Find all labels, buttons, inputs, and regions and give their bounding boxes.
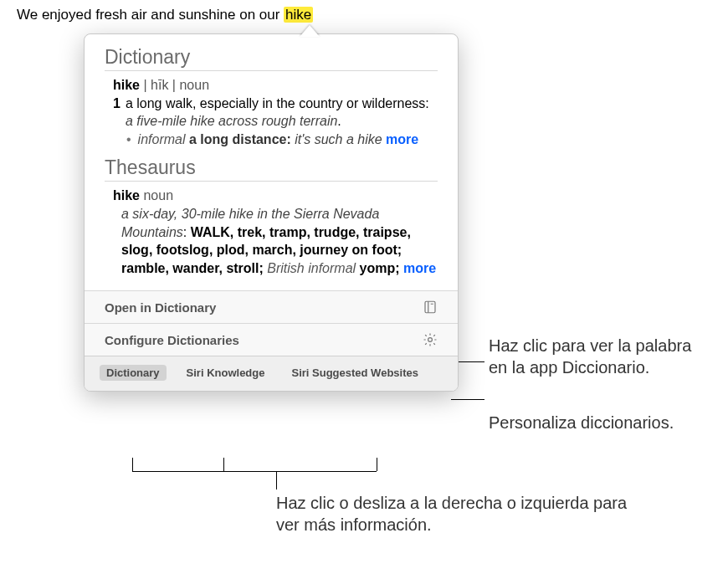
thes-lead-synonym: WALK xyxy=(191,225,230,239)
dict-def-number: 1 xyxy=(113,95,120,131)
thes-brit-syn: yomp; xyxy=(356,261,403,275)
open-in-dictionary-label: Open in Dictionary xyxy=(105,300,216,315)
dict-sub-def: a long distance: xyxy=(189,132,291,146)
leader-tick xyxy=(377,458,377,471)
popover-body: Dictionary hike | hīk | noun 1 a long wa… xyxy=(85,34,458,290)
dict-def-body: a long walk, especially in the country o… xyxy=(126,96,429,110)
thesaurus-entry: hike noun a six-day, 30-mile hike in the… xyxy=(105,187,438,277)
leader-tick xyxy=(276,471,277,489)
dict-sub-example: it's such a hike xyxy=(295,132,382,146)
dict-definition-row: 1 a long walk, especially in the country… xyxy=(105,95,438,131)
svg-rect-0 xyxy=(425,302,435,314)
gear-icon xyxy=(423,332,438,347)
annotation-configure: Personaliza diccionarios. xyxy=(489,412,706,433)
configure-dictionaries-row[interactable]: Configure Dictionaries xyxy=(85,323,458,356)
dict-more-link[interactable]: more xyxy=(386,132,418,146)
thes-more-link[interactable]: more xyxy=(403,261,436,275)
book-icon xyxy=(423,300,438,315)
dict-def-text: a long walk, especially in the country o… xyxy=(126,95,438,131)
dict-sub-label: informal xyxy=(138,132,186,146)
thes-headword: hike xyxy=(113,188,140,202)
dict-pronunciation: | hīk | xyxy=(143,78,176,92)
leader-line xyxy=(451,399,484,400)
source-sentence: We enjoyed fresh air and sunshine on our… xyxy=(17,7,313,23)
lookup-popover: Dictionary hike | hīk | noun 1 a long wa… xyxy=(84,33,459,392)
dict-headword: hike xyxy=(113,78,140,92)
leader-tick xyxy=(132,458,133,471)
bullet-icon: • xyxy=(126,131,131,149)
dictionary-entry: hike | hīk | noun 1 a long walk, especia… xyxy=(105,76,438,148)
leader-tick xyxy=(223,458,224,471)
tab-siri-knowledge[interactable]: Siri Knowledge xyxy=(180,365,272,381)
annotation-tabs: Haz clic o desliza a la derecha o izquie… xyxy=(276,492,636,536)
svg-point-3 xyxy=(428,338,433,342)
dict-subsense-row: • informal a long distance: it's such a … xyxy=(105,131,438,149)
thesaurus-section-title: Thesaurus xyxy=(105,156,438,182)
popover-notch xyxy=(300,25,320,37)
dict-pos: noun xyxy=(179,78,209,92)
thes-brit-label: British informal xyxy=(267,261,356,275)
sentence-prefix: We enjoyed fresh air and sunshine on our xyxy=(17,7,284,23)
tab-dictionary[interactable]: Dictionary xyxy=(100,365,167,381)
source-tabbar: Dictionary Siri Knowledge Siri Suggested… xyxy=(85,356,458,391)
leader-line xyxy=(132,471,377,472)
open-in-dictionary-row[interactable]: Open in Dictionary xyxy=(85,290,458,323)
dictionary-section-title: Dictionary xyxy=(105,46,438,71)
tab-siri-websites[interactable]: Siri Suggested Websites xyxy=(285,365,424,381)
configure-dictionaries-label: Configure Dictionaries xyxy=(105,333,239,347)
thes-pos: noun xyxy=(143,188,173,202)
annotation-open-dictionary: Haz clic para ver la palabra en la app D… xyxy=(489,335,706,378)
lookup-word[interactable]: hike xyxy=(284,7,313,23)
dict-def-example: a five-mile hike across rough terrain xyxy=(126,114,337,128)
